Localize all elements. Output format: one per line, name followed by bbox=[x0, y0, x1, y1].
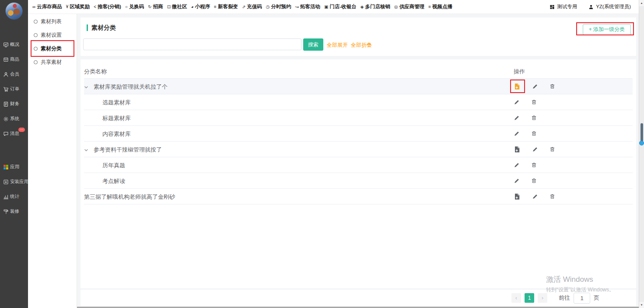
add-subcategory-icon[interactable] bbox=[514, 146, 521, 153]
sidebar-item-message[interactable]: 消息⋯ bbox=[0, 126, 28, 141]
windows-activation-watermark: 激活 Windows 转到“设置”以激活 Windows。 bbox=[546, 274, 614, 294]
secondary-item-1[interactable]: 素材设置 bbox=[28, 28, 77, 42]
sidebar-item-stats[interactable]: 统计 bbox=[0, 189, 28, 204]
edit-icon[interactable] bbox=[532, 146, 538, 152]
topnav-item-3[interactable]: ○兑换码 bbox=[125, 3, 144, 10]
sidebar-item-install[interactable]: 安装应用 bbox=[0, 174, 28, 189]
table-row: 考点解读 bbox=[84, 173, 633, 189]
table-row: 第三据了解哦机构老师就高了金刚砂 bbox=[84, 189, 633, 204]
decorate-icon bbox=[3, 209, 9, 215]
row-actions bbox=[514, 110, 537, 125]
install-icon bbox=[3, 179, 9, 185]
category-name: 第三据了解哦机构老师就高了金刚砂 bbox=[84, 193, 175, 201]
search-button[interactable]: 搜索 bbox=[303, 38, 323, 51]
topnav-item-4[interactable]: ↻招商 bbox=[148, 3, 163, 10]
reward-icon: ¥ bbox=[66, 4, 69, 9]
current-page-button[interactable]: 1 bbox=[525, 293, 534, 303]
topnav-item-label: 区域奖励 bbox=[70, 3, 90, 10]
grid-icon bbox=[550, 4, 555, 10]
scroll-down-arrow[interactable]: ▼ bbox=[639, 302, 644, 308]
topnav-item-label: 兑换码 bbox=[129, 3, 144, 10]
edit-icon[interactable] bbox=[514, 178, 520, 184]
edit-icon[interactable] bbox=[514, 99, 520, 105]
cursor-dot-indicator bbox=[639, 141, 644, 145]
expand-all-link[interactable]: 全部展开 bbox=[327, 42, 348, 49]
goto-page-input[interactable] bbox=[574, 293, 590, 304]
next-page-button[interactable]: › bbox=[538, 293, 547, 303]
row-actions bbox=[514, 94, 537, 110]
topbar-right: 测试专用 YZ(系统管理员) bbox=[550, 3, 634, 10]
scrollbar[interactable]: ▲ ▼ bbox=[639, 0, 644, 308]
overview-icon bbox=[3, 42, 9, 48]
topnav-item-label: 招商 bbox=[153, 3, 163, 10]
topnav-item-14[interactable]: ≡视频点播 bbox=[428, 3, 452, 10]
toolbar-card: 素材分类 + 添加一级分类 搜索 全部展开 全部折叠 bbox=[80, 17, 636, 56]
topnav-item-11[interactable]: ▣门店-收银台 bbox=[324, 3, 357, 10]
category-name: 素材库奖励管理就关机拉了个 bbox=[94, 83, 168, 91]
sidebar-item-label: 财务 bbox=[10, 101, 19, 107]
search-input[interactable] bbox=[83, 38, 301, 50]
edit-icon[interactable] bbox=[514, 115, 520, 121]
delete-icon[interactable] bbox=[550, 146, 555, 152]
edit-icon[interactable] bbox=[514, 131, 520, 137]
apps-icon bbox=[3, 164, 9, 170]
sidebar-item-order[interactable]: 订单 bbox=[0, 82, 28, 97]
appointment-icon: ◷ bbox=[266, 4, 270, 9]
add-subcategory-icon[interactable] bbox=[514, 193, 521, 200]
topnav-item-2[interactable]: <推客(分销) bbox=[94, 3, 121, 10]
edit-icon[interactable] bbox=[532, 194, 538, 200]
delete-icon[interactable] bbox=[531, 99, 537, 105]
topnav-item-9[interactable]: ◷分时预约 bbox=[266, 3, 291, 10]
topnav-item-13[interactable]: ◎供应商管理 bbox=[394, 3, 424, 10]
edit-icon[interactable] bbox=[532, 83, 538, 90]
topnav-item-label: 新客裂变 bbox=[218, 3, 238, 10]
topnav-item-0[interactable]: ∞云库存商品 bbox=[32, 3, 62, 10]
delete-icon[interactable] bbox=[550, 194, 555, 199]
delete-icon[interactable] bbox=[531, 131, 537, 136]
sidebar-item-label: 订单 bbox=[10, 86, 19, 92]
mini-program-icon: ◕ bbox=[191, 4, 194, 9]
recharge-code-icon: ⇗ bbox=[242, 4, 245, 9]
user-menu[interactable]: YZ(系统管理员) bbox=[588, 3, 631, 10]
table-header: 分类名称 操作 bbox=[84, 63, 633, 79]
topnav-item-7[interactable]: ≡新客裂变 bbox=[214, 3, 238, 10]
topnav-item-5[interactable]: ⊡微社区 bbox=[167, 3, 187, 10]
secondary-item-2[interactable]: 素材分类 bbox=[28, 42, 77, 55]
sidebar-item-label: 应用 bbox=[10, 164, 19, 170]
topnav-item-1[interactable]: ¥区域奖励 bbox=[66, 3, 90, 10]
delete-icon[interactable] bbox=[531, 115, 537, 121]
secondary-sidebar: 素材列表素材设置素材分类共享素材 bbox=[28, 14, 77, 308]
workspace-switcher[interactable]: 测试专用 bbox=[550, 3, 577, 10]
order-icon bbox=[3, 87, 9, 92]
add-category-button[interactable]: + 添加一级分类 bbox=[583, 24, 631, 35]
chevron-down-icon[interactable] bbox=[84, 84, 88, 91]
delete-icon[interactable] bbox=[550, 83, 555, 89]
sidebar-item-member[interactable]: 会员 bbox=[0, 67, 28, 82]
watermark-line1: 激活 Windows bbox=[546, 274, 614, 284]
sidebar-item-apps[interactable]: 应用 bbox=[0, 159, 28, 174]
scroll-up-arrow[interactable]: ▲ bbox=[639, 0, 644, 6]
sidebar-item-goods[interactable]: 商品 bbox=[0, 52, 28, 67]
category-name: 考点解读 bbox=[102, 177, 125, 185]
topnav-item-8[interactable]: ⇗充值码 bbox=[242, 3, 262, 10]
sidebar-item-decorate[interactable]: 装修 bbox=[0, 204, 28, 219]
sidebar-item-overview[interactable]: 概况 bbox=[0, 37, 28, 52]
collapse-all-link[interactable]: 全部折叠 bbox=[351, 42, 372, 49]
prev-page-button[interactable]: ‹ bbox=[511, 293, 521, 303]
delete-icon[interactable] bbox=[531, 162, 537, 168]
edit-icon[interactable] bbox=[514, 162, 520, 168]
sidebar-item-finance[interactable]: 财务 bbox=[0, 97, 28, 111]
stats-icon bbox=[3, 194, 9, 200]
topnav-item-6[interactable]: ◕小程序 bbox=[191, 3, 210, 10]
goto-label: 前往 bbox=[559, 294, 570, 302]
topnav-item-12[interactable]: ◈多门店核销 bbox=[360, 3, 390, 10]
add-subcategory-icon[interactable] bbox=[514, 83, 521, 90]
delete-icon[interactable] bbox=[531, 178, 537, 183]
secondary-item-3[interactable]: 共享素材 bbox=[28, 55, 77, 69]
avatar[interactable] bbox=[5, 2, 23, 20]
chevron-down-icon[interactable] bbox=[84, 147, 88, 154]
sidebar-item-system[interactable]: 系统 bbox=[0, 111, 28, 126]
sidebar-item-label: 概况 bbox=[10, 42, 19, 48]
secondary-item-0[interactable]: 素材列表 bbox=[28, 15, 77, 28]
topnav-item-10[interactable]: ↝拓客活动 bbox=[295, 3, 320, 10]
